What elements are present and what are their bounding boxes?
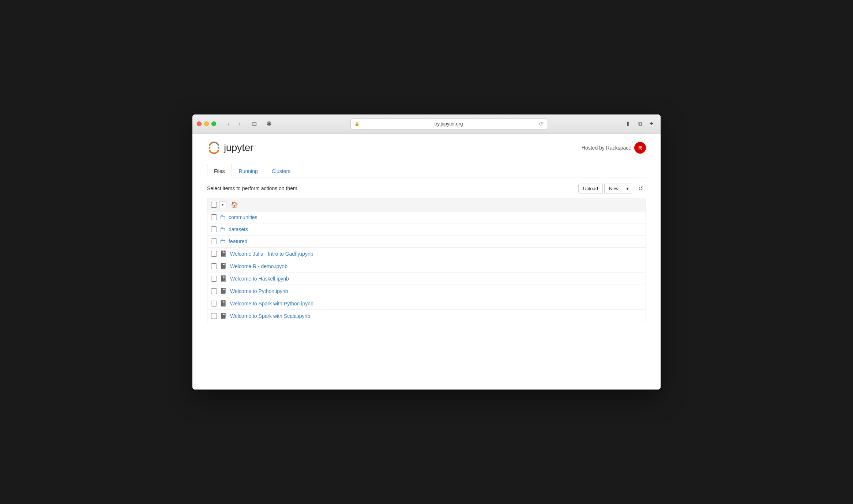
extension-button[interactable]: ✱ — [262, 119, 275, 129]
reload-icon: ↺ — [539, 121, 543, 127]
jupyter-logo-icon — [207, 141, 221, 155]
lock-icon: 🔒 — [354, 121, 360, 126]
list-item[interactable]: 🗀 featured — [207, 236, 646, 248]
tab-overview-icon: ⊡ — [252, 120, 257, 127]
tab-running[interactable]: Running — [232, 165, 265, 177]
file-name[interactable]: Welcome to Spark with Python.ipynb — [230, 301, 313, 306]
notebook-icon: 📓 — [220, 275, 227, 282]
file-list-header: ▾ 🏠 — [207, 198, 646, 211]
nav-buttons: ‹ › — [223, 119, 245, 129]
notebook-icon: 📓 — [220, 250, 227, 257]
close-button[interactable] — [197, 121, 202, 126]
forward-icon: › — [239, 121, 241, 127]
file-name[interactable]: featured — [229, 238, 247, 244]
jupyter-logo-text: jupyter — [224, 142, 253, 154]
svg-point-1 — [218, 147, 219, 149]
hosted-by: Hosted by Rackspace R — [582, 142, 646, 154]
back-icon: ‹ — [228, 121, 230, 127]
address-bar-wrapper: 🔒 try.jupyter.org ↺ — [278, 119, 620, 129]
select-items-text: Select items to perform actions on them. — [207, 185, 299, 191]
titlebar: ‹ › ⊡ ✱ 🔒 try.jupyter.org ↺ ⬆ — [192, 114, 661, 133]
refresh-icon: ↺ — [638, 185, 643, 192]
header-dropdown-button[interactable]: ▾ — [219, 201, 226, 208]
file-name[interactable]: Welcome Julia - Intro to Gadfly.ipynb — [230, 251, 313, 257]
file-name[interactable]: Welcome to Haskell.ipynb — [230, 276, 289, 282]
file-name[interactable]: Welcome to Python.ipynb — [230, 288, 288, 294]
extension-icon: ✱ — [266, 120, 272, 128]
home-button[interactable]: 🏠 — [229, 200, 240, 209]
file-checkbox[interactable] — [211, 263, 217, 269]
jupyter-logo: jupyter — [207, 141, 253, 155]
header-dropdown-caret: ▾ — [222, 202, 224, 207]
list-item[interactable]: 📓 Welcome to Haskell.ipynb — [207, 272, 646, 285]
refresh-button[interactable]: ↺ — [635, 183, 646, 193]
add-tab-button[interactable]: + — [647, 120, 655, 128]
file-checkbox[interactable] — [211, 226, 217, 232]
list-item[interactable]: 📓 Welcome to Spark with Python.ipynb — [207, 297, 646, 310]
new-dropdown-button[interactable]: ▾ — [623, 184, 632, 193]
upload-button[interactable]: Upload — [578, 184, 603, 193]
list-item[interactable]: 🗀 datasets — [207, 223, 646, 236]
folder-icon: 🗀 — [220, 226, 226, 233]
file-checkbox[interactable] — [211, 251, 217, 257]
share-button[interactable]: ⬆ — [623, 119, 633, 129]
file-name[interactable]: datasets — [229, 226, 248, 232]
hosted-by-text: Hosted by Rackspace — [582, 145, 631, 151]
jupyter-header: jupyter Hosted by Rackspace R — [207, 141, 646, 158]
add-tab-icon: + — [650, 120, 654, 128]
folder-icon: 🗀 — [220, 238, 226, 245]
new-button[interactable]: New — [605, 184, 623, 193]
list-item[interactable]: 📓 Welcome to Python.ipynb — [207, 285, 646, 297]
list-item[interactable]: 📓 Welcome Julia - Intro to Gadfly.ipynb — [207, 248, 646, 260]
browser-window: ‹ › ⊡ ✱ 🔒 try.jupyter.org ↺ ⬆ — [192, 114, 661, 390]
notebook-icon: 📓 — [220, 300, 227, 307]
back-button[interactable]: ‹ — [223, 119, 234, 129]
file-list-container: ▾ 🏠 🗀 communities 🗀 datasets 🗀 fea — [207, 198, 646, 322]
file-checkbox[interactable] — [211, 238, 217, 244]
tab-overview-button[interactable]: ⊡ — [249, 119, 259, 129]
address-bar[interactable]: 🔒 try.jupyter.org ↺ — [350, 119, 548, 129]
toolbar-actions: Upload New ▾ ↺ — [578, 183, 646, 193]
home-icon: 🏠 — [231, 202, 238, 208]
forward-button[interactable]: › — [234, 119, 245, 129]
file-checkbox[interactable] — [211, 313, 217, 319]
page-content: jupyter Hosted by Rackspace R Files Runn… — [192, 133, 661, 390]
new-tab-button[interactable]: ⧉ — [635, 119, 645, 129]
folder-icon: 🗀 — [220, 214, 226, 221]
toolbar-row: Select items to perform actions on them.… — [207, 183, 646, 193]
rackspace-logo: R — [634, 142, 646, 154]
file-checkbox[interactable] — [211, 288, 217, 294]
minimize-button[interactable] — [204, 121, 209, 126]
tab-files[interactable]: Files — [207, 165, 232, 177]
file-checkbox[interactable] — [211, 214, 217, 220]
file-checkbox[interactable] — [211, 276, 217, 282]
new-button-group: New ▾ — [604, 184, 632, 193]
titlebar-right: ⬆ ⧉ + — [623, 119, 656, 129]
svg-point-0 — [209, 147, 211, 149]
new-tab-icon: ⧉ — [638, 121, 642, 127]
list-item[interactable]: 📓 Welcome to Spark with Scala.ipynb — [207, 310, 646, 322]
traffic-lights — [197, 121, 216, 126]
file-name[interactable]: communities — [229, 214, 258, 220]
list-item[interactable]: 🗀 communities — [207, 211, 646, 223]
file-name[interactable]: Welcome to Spark with Scala.ipynb — [230, 313, 310, 319]
file-checkbox[interactable] — [211, 301, 217, 306]
share-icon: ⬆ — [625, 120, 630, 127]
notebook-icon: 📓 — [220, 312, 227, 319]
list-item[interactable]: 📓 Welcome R - demo.ipynb — [207, 260, 646, 272]
notebook-icon: 📓 — [220, 287, 227, 294]
reload-button[interactable]: ↺ — [538, 120, 544, 128]
file-name[interactable]: Welcome R - demo.ipynb — [230, 263, 288, 269]
maximize-button[interactable] — [211, 121, 216, 126]
select-all-checkbox[interactable] — [211, 202, 217, 208]
url-text: try.jupyter.org — [362, 121, 536, 127]
tabs: Files Running Clusters — [207, 165, 646, 177]
caret-icon: ▾ — [626, 186, 629, 191]
notebook-icon: 📓 — [220, 263, 227, 270]
tab-clusters[interactable]: Clusters — [265, 165, 297, 177]
rackspace-initial: R — [638, 145, 642, 151]
